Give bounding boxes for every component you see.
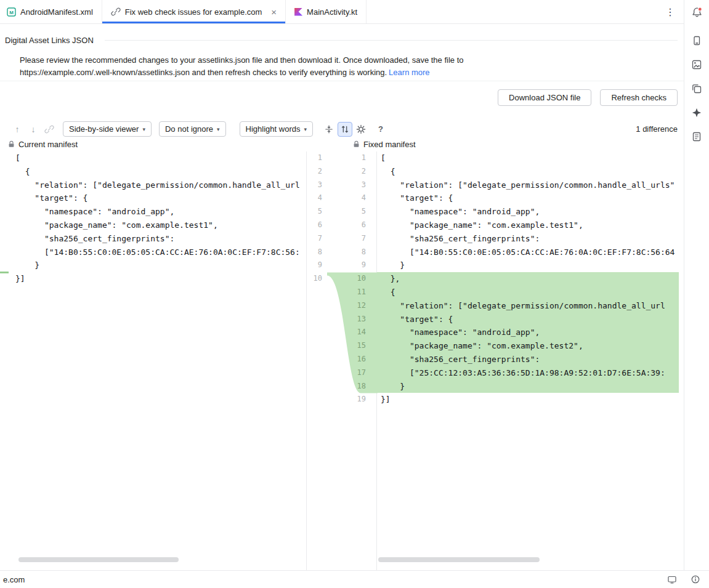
code-line: }	[377, 380, 679, 393]
diff-toolbar: ↑ ↓ Side-by-side viewer ▾ Do not ignore …	[10, 121, 678, 137]
resource-manager-button[interactable]	[689, 57, 705, 73]
code-line: "namespace": "android_app",	[377, 205, 679, 219]
line-number: 4	[345, 191, 366, 205]
link-icon	[44, 124, 54, 134]
refresh-checks-button[interactable]: Refresh checks	[600, 89, 678, 106]
tab-fix-web-check[interactable]: Fix web check issues for example.com ×	[102, 0, 286, 23]
code-line: }	[0, 259, 306, 272]
code-line: "relation": ["delegate_permission/common…	[377, 299, 679, 313]
highlight-policy-value: Highlight words	[246, 124, 301, 134]
code-line: {	[377, 165, 679, 179]
left-horizontal-scrollbar[interactable]	[18, 557, 179, 562]
code-line: "sha256_cert_fingerprints":	[377, 232, 679, 246]
line-number: 9	[345, 259, 366, 272]
line-number: 6	[345, 219, 366, 232]
app-quality-insights-button[interactable]	[689, 129, 705, 145]
code-line: "relation": ["delegate_permission/common…	[377, 179, 679, 192]
left-pane-header: Current manifest	[8, 140, 78, 149]
collapse-unchanged-icon[interactable]	[322, 122, 336, 137]
link-icon	[111, 7, 121, 17]
line-number: 5	[345, 205, 366, 219]
line-number: 8	[345, 246, 366, 259]
previous-difference-icon[interactable]: ↑	[10, 122, 25, 137]
ignore-policy-dropdown[interactable]: Do not ignore ▾	[159, 121, 226, 137]
code-line: },	[377, 272, 679, 286]
code-line: }	[377, 259, 679, 272]
status-text: e.com	[3, 575, 25, 584]
kotlin-icon	[294, 8, 302, 16]
code-line: "namespace": "android_app",	[377, 326, 679, 339]
line-number: 8	[307, 246, 322, 259]
next-difference-icon[interactable]: ↓	[26, 122, 41, 137]
code-line: ["14:B0:55:C0:0E:05:05:CA:CC:AE:76:0A:0C…	[377, 246, 679, 259]
tab-label: Fix web check issues for example.com	[125, 7, 262, 17]
download-json-button[interactable]: Download JSON file	[498, 89, 591, 106]
chevron-down-icon: ▾	[142, 126, 145, 132]
insertion-marker	[0, 272, 9, 273]
highlight-policy-dropdown[interactable]: Highlight words ▾	[240, 121, 313, 137]
settings-gear-icon[interactable]	[354, 122, 368, 137]
line-number: 2	[307, 165, 322, 179]
viewer-mode-dropdown[interactable]: Side-by-side viewer ▾	[63, 121, 152, 137]
line-number: 17	[345, 366, 366, 380]
right-editor-pane[interactable]: [ { "relation": ["delegate_permission/co…	[377, 151, 679, 570]
line-number: 19	[345, 393, 366, 406]
tab-androidmanifest[interactable]: M AndroidManifest.xml	[0, 0, 102, 23]
jump-to-source-icon[interactable]	[42, 122, 57, 137]
diff-gutter: 12345678910 1234567891011121314151617181…	[306, 151, 377, 570]
left-editor-pane[interactable]: [ { "relation": ["delegate_permission/co…	[0, 151, 306, 570]
chevron-down-icon: ▾	[304, 126, 307, 132]
line-number: 1	[307, 151, 322, 165]
line-number: 5	[307, 205, 322, 219]
right-horizontal-scrollbar[interactable]	[378, 557, 540, 562]
running-devices-icon	[691, 35, 702, 46]
description-text: Please review the recommended changes to…	[20, 54, 672, 79]
line-number: 9	[307, 259, 322, 272]
right-pane-header: Fixed manifest	[353, 140, 416, 149]
code-line: [	[0, 151, 306, 165]
code-line: "package_name": "com.example.test1",	[0, 219, 306, 232]
more-options-icon[interactable]: ⋮	[665, 0, 675, 23]
line-number: 12	[345, 299, 366, 313]
lock-icon	[353, 140, 360, 148]
tab-mainactivity[interactable]: MainActivity.kt	[286, 0, 367, 23]
section-title: Digital Asset Links JSON	[5, 36, 94, 45]
code-line: }]	[0, 272, 306, 286]
learn-more-link[interactable]: Learn more	[389, 68, 429, 77]
gemini-sparkle-icon	[691, 107, 702, 118]
line-number: 14	[345, 326, 366, 339]
code-line: "package_name": "com.example.test2",	[377, 339, 679, 353]
synchronize-scrolling-icon[interactable]	[338, 122, 352, 137]
right-line-numbers: 12345678910111213141516171819	[345, 151, 366, 406]
help-icon[interactable]: ?	[373, 122, 388, 137]
manifest-file-icon: M	[7, 7, 16, 17]
difference-count: 1 difference	[636, 124, 678, 134]
code-line: }]	[377, 393, 679, 406]
line-number: 10	[307, 272, 322, 286]
running-devices-button[interactable]	[689, 33, 705, 49]
line-number: 10	[345, 272, 366, 286]
line-number: 2	[345, 165, 366, 179]
code-line: ["14:B0:55:C0:0E:05:05:CA:CC:AE:76:0A:0C…	[0, 246, 306, 259]
diff-viewer: [ { "relation": ["delegate_permission/co…	[0, 151, 684, 570]
gemini-button[interactable]	[689, 105, 705, 121]
lock-icon	[8, 140, 15, 148]
section-title-rule	[105, 40, 678, 41]
line-number: 3	[345, 179, 366, 192]
line-number: 3	[307, 179, 322, 192]
code-line: "package_name": "com.example.test1",	[377, 219, 679, 232]
line-number: 13	[345, 313, 366, 326]
code-line: "target": {	[0, 191, 306, 205]
close-tab-icon[interactable]: ×	[271, 7, 277, 17]
resource-manager-icon	[691, 59, 702, 70]
device-explorer-button[interactable]	[689, 81, 705, 97]
editor-tab-bar: M AndroidManifest.xml Fix web check issu…	[0, 0, 684, 24]
layers-icon	[691, 83, 702, 94]
right-tool-strip	[684, 0, 709, 570]
code-line: [	[377, 151, 679, 165]
monitor-icon[interactable]	[667, 574, 677, 584]
notifications-button[interactable]	[689, 4, 705, 20]
code-line: "sha256_cert_fingerprints":	[377, 353, 679, 366]
code-line: {	[377, 286, 679, 299]
info-icon[interactable]	[691, 574, 700, 584]
